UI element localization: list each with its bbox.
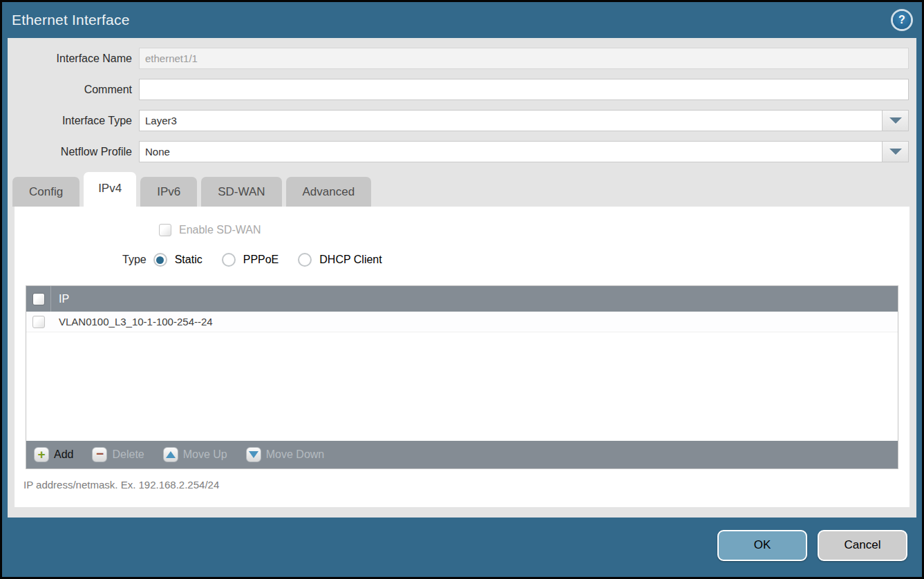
minus-glyph: −	[96, 447, 104, 460]
delete-button-label: Delete	[112, 448, 144, 461]
interface-type-label: Interface Type	[8, 115, 139, 127]
tab-config[interactable]: Config	[12, 177, 79, 207]
ipv4-panel: Enable SD-WAN Type Static PPPoE DHCP Cli…	[15, 207, 909, 507]
netflow-profile-dropdown	[139, 141, 909, 162]
dialog-body: Interface Name Comment Interface Type Ne…	[8, 38, 916, 518]
tab-sdwan[interactable]: SD-WAN	[201, 177, 281, 207]
move-down-button: Move Down	[246, 447, 324, 462]
add-button[interactable]: + Add	[34, 447, 73, 462]
comment-row: Comment	[8, 79, 909, 100]
arrow-up-icon	[163, 447, 178, 462]
dialog-footer: OK Cancel	[2, 518, 922, 577]
ip-column-header: IP	[51, 293, 69, 305]
netflow-profile-label: Netflow Profile	[8, 146, 139, 158]
interface-name-input	[139, 48, 909, 69]
ip-cell-value[interactable]: VLAN0100_L3_10-1-100-254--24	[51, 316, 213, 328]
chevron-down-icon	[889, 149, 902, 155]
help-icon[interactable]: ?	[893, 11, 911, 29]
plus-glyph: +	[37, 448, 45, 461]
comment-fieldwrap	[139, 79, 909, 100]
table-row[interactable]: VLAN0100_L3_10-1-100-254--24	[26, 312, 898, 332]
select-all-checkbox[interactable]	[32, 293, 45, 305]
row-checkbox[interactable]	[32, 316, 45, 328]
interface-type-dropdown	[139, 110, 909, 131]
netflow-profile-dropdown-button[interactable]	[883, 141, 909, 162]
netflow-profile-input[interactable]	[139, 141, 883, 162]
ip-table: IP VLAN0100_L3_10-1-100-254--24 + Add −	[26, 285, 898, 469]
add-button-label: Add	[54, 448, 73, 461]
radio-dot	[156, 256, 164, 264]
ok-button[interactable]: OK	[717, 530, 807, 561]
ip-table-header: IP	[26, 286, 898, 312]
enable-sdwan-row: Enable SD-WAN	[15, 207, 909, 236]
interface-type-input[interactable]	[139, 110, 883, 131]
move-up-button-label: Move Up	[183, 448, 227, 461]
type-label: Type	[122, 254, 147, 266]
move-up-button: Move Up	[163, 447, 227, 462]
dialog-title: Ethernet Interface	[12, 12, 130, 28]
type-radio-group: Type Static PPPoE DHCP Client	[15, 236, 909, 267]
interface-type-row: Interface Type	[8, 110, 909, 131]
radio-pppoe-label[interactable]: PPPoE	[243, 254, 279, 266]
enable-sdwan-label: Enable SD-WAN	[179, 224, 261, 236]
arrow-down-glyph	[249, 451, 258, 458]
tab-advanced[interactable]: Advanced	[286, 177, 372, 207]
radio-dhcp-client[interactable]	[298, 253, 312, 267]
titlebar: Ethernet Interface ?	[2, 2, 922, 38]
interface-name-fieldwrap	[139, 48, 909, 69]
radio-pppoe[interactable]	[222, 253, 236, 267]
tab-bar: Config IPv4 IPv6 SD-WAN Advanced	[8, 172, 916, 207]
enable-sdwan-checkbox	[159, 224, 171, 236]
radio-static-label[interactable]: Static	[175, 254, 202, 266]
interface-type-dropdown-button[interactable]	[883, 110, 909, 131]
ip-format-hint: IP address/netmask. Ex. 192.168.2.254/24	[23, 479, 909, 491]
comment-label: Comment	[8, 84, 139, 96]
arrow-down-icon	[246, 447, 261, 462]
row-checkbox-cell	[26, 312, 51, 332]
interface-name-label: Interface Name	[8, 53, 139, 65]
arrow-up-glyph	[166, 451, 176, 458]
netflow-profile-row: Netflow Profile	[8, 141, 909, 162]
interface-name-row: Interface Name	[8, 48, 909, 69]
move-down-button-label: Move Down	[266, 448, 324, 461]
table-empty-area	[26, 332, 898, 441]
minus-icon: −	[92, 447, 107, 462]
delete-button: − Delete	[92, 447, 144, 462]
radio-dhcp-client-label[interactable]: DHCP Client	[319, 254, 381, 266]
tab-ipv6[interactable]: IPv6	[140, 177, 197, 207]
radio-static[interactable]	[153, 253, 167, 267]
plus-icon: +	[34, 447, 49, 462]
table-toolbar: + Add − Delete Move Up Move Down	[26, 441, 898, 468]
chevron-down-icon	[889, 117, 902, 124]
header-checkbox-cell	[26, 286, 51, 312]
comment-input[interactable]	[139, 79, 909, 100]
ethernet-interface-dialog: Ethernet Interface ? Interface Name Comm…	[0, 0, 924, 579]
cancel-button[interactable]: Cancel	[818, 530, 907, 561]
tab-ipv4[interactable]: IPv4	[84, 172, 136, 207]
